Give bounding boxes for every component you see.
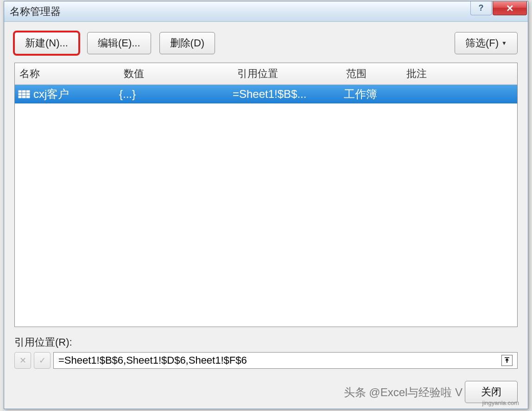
list-body: cxj客户 {...} =Sheet1!$B$... 工作簿 — [15, 85, 517, 327]
refers-to-value: =Sheet1!$B$6,Sheet1!$D$6,Sheet1!$F$6 — [58, 354, 501, 366]
collapse-dialog-icon[interactable] — [501, 355, 513, 366]
check-icon: ✓ — [39, 355, 46, 366]
new-button[interactable]: 新建(N)... — [14, 32, 79, 54]
defined-name-icon — [18, 90, 31, 99]
refers-to-label: 引用位置(R): — [14, 335, 518, 349]
column-header-comment[interactable]: 批注 — [402, 63, 517, 84]
list-header: 名称 数值 引用位置 范围 批注 — [15, 63, 517, 85]
filter-button[interactable]: 筛选(F) ▼ — [455, 32, 518, 54]
titlebar-controls: ? ✕ — [470, 1, 528, 21]
help-button[interactable]: ? — [470, 1, 492, 15]
accept-button[interactable]: ✓ — [34, 352, 51, 369]
svg-rect-0 — [18, 90, 30, 98]
close-button[interactable]: 关闭 — [465, 381, 518, 403]
toolbar-left: 新建(N)... 编辑(E)... 删除(D) — [14, 32, 215, 54]
column-header-refers[interactable]: 引用位置 — [233, 63, 342, 84]
column-header-name[interactable]: 名称 — [15, 63, 119, 84]
column-header-value[interactable]: 数值 — [119, 63, 233, 84]
refers-to-area: 引用位置(R): ✕ ✓ =Sheet1!$B$6,Sheet1!$D$6,Sh… — [14, 335, 518, 369]
refers-to-input[interactable]: =Sheet1!$B$6,Sheet1!$D$6,Sheet1!$F$6 — [53, 352, 518, 369]
delete-button[interactable]: 删除(D) — [159, 32, 215, 54]
row-scope: 工作簿 — [344, 87, 404, 102]
refers-to-row: ✕ ✓ =Sheet1!$B$6,Sheet1!$D$6,Sheet1!$F$6 — [14, 352, 518, 369]
column-header-scope[interactable]: 范围 — [342, 63, 402, 84]
name-manager-dialog: 名称管理器 ? ✕ 新建(N)... 编辑(E)... 删除(D) 筛选(F) … — [4, 1, 528, 409]
dialog-footer: 关闭 — [14, 381, 518, 403]
edit-button[interactable]: 编辑(E)... — [87, 32, 151, 54]
window-close-button[interactable]: ✕ — [493, 1, 527, 15]
toolbar: 新建(N)... 编辑(E)... 删除(D) 筛选(F) ▼ — [14, 32, 518, 54]
titlebar: 名称管理器 ? ✕ — [4, 1, 528, 22]
cancel-button[interactable]: ✕ — [14, 352, 31, 369]
filter-label: 筛选(F) — [465, 36, 499, 50]
row-name: cxj客户 — [33, 87, 119, 102]
table-row[interactable]: cxj客户 {...} =Sheet1!$B$... 工作簿 — [15, 85, 517, 103]
name-list: 名称 数值 引用位置 范围 批注 — [14, 63, 518, 327]
dialog-content: 新建(N)... 编辑(E)... 删除(D) 筛选(F) ▼ 名称 数值 引用… — [4, 22, 528, 409]
row-value: {...} — [119, 88, 233, 101]
dialog-title: 名称管理器 — [10, 5, 61, 19]
x-icon: ✕ — [19, 355, 26, 366]
chevron-down-icon: ▼ — [501, 40, 507, 46]
row-refers: =Sheet1!$B$... — [233, 88, 344, 101]
